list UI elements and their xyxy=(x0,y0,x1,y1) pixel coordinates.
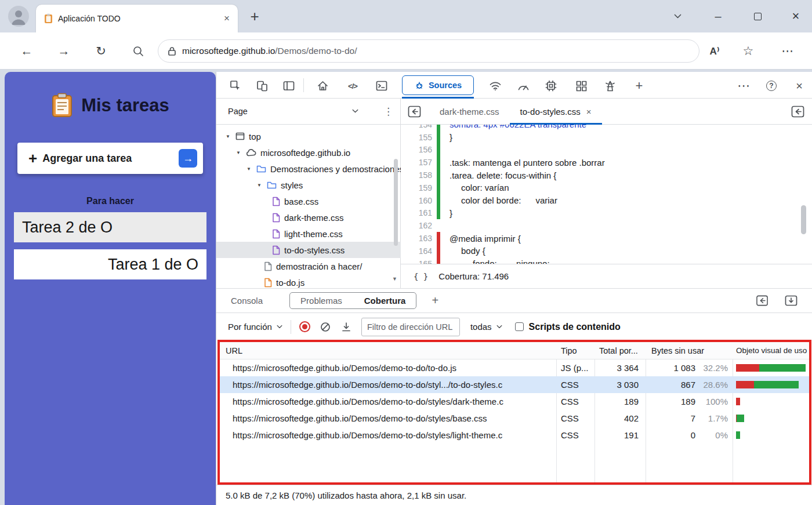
tab-memory-icon[interactable] xyxy=(543,78,559,93)
window-close-button[interactable]: × xyxy=(786,8,805,24)
tree-item-folder-styles[interactable]: ▼ styles xyxy=(216,177,401,193)
col-header-url[interactable]: URL xyxy=(220,346,556,355)
expander-icon[interactable]: ▼ xyxy=(245,166,252,172)
browser-tab[interactable]: Aplicación TODO × xyxy=(36,5,238,32)
col-header-type[interactable]: Tipo xyxy=(556,346,594,355)
toolbar-divider xyxy=(303,78,304,92)
submit-arrow-icon[interactable]: → xyxy=(179,149,197,168)
editor-tab-active[interactable]: to-do-styles.css × xyxy=(510,99,602,125)
tab-sources[interactable]: Sources xyxy=(402,75,474,95)
task-item[interactable]: Tarea 2 de O xyxy=(14,212,206,242)
coverage-row-selected[interactable]: https://microsoftedge.github.io/Demos/de… xyxy=(220,376,809,393)
toolbar-divider xyxy=(291,320,291,334)
expand-drawer-icon[interactable] xyxy=(785,295,798,306)
dock-drawer-icon[interactable] xyxy=(756,295,768,306)
expander-icon[interactable]: ▼ xyxy=(235,150,242,155)
tree-item-domain[interactable]: ▼ microsoftedge.github.io xyxy=(216,144,401,161)
scroll-down-icon[interactable]: ▼ xyxy=(392,276,397,282)
reload-button[interactable]: ↻ xyxy=(90,41,111,61)
dock-editor-icon[interactable] xyxy=(791,106,804,118)
forward-button[interactable]: → xyxy=(53,41,74,61)
expander-icon[interactable]: ▼ xyxy=(256,183,263,188)
coverage-row[interactable]: https://microsoftedge.github.io/Demos/de… xyxy=(220,359,809,376)
col-header-visualization[interactable]: Objeto visual de uso xyxy=(733,346,809,355)
coverage-row[interactable]: https://microsoftedge.github.io/Demos/de… xyxy=(220,427,809,444)
favorites-star-icon[interactable]: ☆ xyxy=(738,41,759,61)
code-line: 156 xyxy=(401,144,812,157)
coverage-row[interactable]: https://microsoftedge.github.io/Demos/de… xyxy=(220,410,809,427)
col-header-unused[interactable]: Bytes sin usar xyxy=(646,346,733,355)
tab-elements-icon[interactable]: </> xyxy=(345,78,360,93)
stop-recording-button[interactable] xyxy=(299,321,310,332)
tab-list-chevron-icon[interactable] xyxy=(668,8,687,24)
maximize-button[interactable] xyxy=(748,8,767,24)
coverage-scope-select[interactable]: Por función xyxy=(228,322,272,332)
tab-console-icon[interactable] xyxy=(374,78,389,93)
content-scripts-checkbox[interactable] xyxy=(515,322,524,331)
search-icon[interactable] xyxy=(128,41,148,61)
expander-icon[interactable]: ▼ xyxy=(224,134,231,139)
tree-item-file[interactable]: dark-theme.css xyxy=(216,209,401,226)
navigator-more-icon[interactable]: ⋮ xyxy=(383,106,393,118)
devtools-close-icon[interactable]: × xyxy=(792,78,807,93)
tree-scrollbar[interactable] xyxy=(394,159,398,246)
address-bar[interactable]: microsoftedge.github.io/Demos/demo-to-do… xyxy=(158,39,699,63)
editor-tab[interactable]: dark-theme.css xyxy=(429,99,510,125)
chevron-down-icon[interactable] xyxy=(352,109,358,113)
tab-coverage[interactable]: Cobertura xyxy=(364,296,406,306)
tree-item-file[interactable]: to-do.js xyxy=(216,274,401,288)
pretty-print-icon[interactable]: { } xyxy=(414,272,428,281)
col-header-total[interactable]: Total por... xyxy=(594,346,646,355)
plus-icon: + xyxy=(28,150,37,168)
panel-layout-icon[interactable] xyxy=(281,78,296,93)
tab-close-icon[interactable]: × xyxy=(224,13,230,24)
tree-item-top[interactable]: ▼ top xyxy=(216,128,401,144)
code-editor[interactable]: 154sombra: 4px #0022EA transparente 155}… xyxy=(401,125,812,264)
tree-item-file[interactable]: light-theme.css xyxy=(216,226,401,242)
tab-welcome-home-icon[interactable] xyxy=(315,78,330,93)
browser-navbar: ← → ↻ microsoftedge.github.io/Demos/demo… xyxy=(0,32,812,70)
code-line: 154sombra: 4px #0022EA transparente xyxy=(401,125,812,131)
tab-close-icon[interactable]: × xyxy=(586,107,592,117)
back-button[interactable]: ← xyxy=(16,41,37,61)
tab-network-icon[interactable] xyxy=(488,78,503,93)
inspect-icon[interactable] xyxy=(228,78,243,93)
devtools-toolbar: </> Sources + ⋯ ? × xyxy=(216,72,812,99)
hide-navigator-icon[interactable] xyxy=(408,106,421,118)
profile-avatar[interactable] xyxy=(8,6,29,27)
devtools-menu-icon[interactable]: ⋯ xyxy=(736,78,751,93)
browser-menu-icon[interactable]: ⋯ xyxy=(777,41,798,61)
new-tab-button[interactable]: + xyxy=(246,8,263,26)
clear-coverage-icon[interactable] xyxy=(320,321,331,333)
bar-unused xyxy=(736,381,754,388)
tree-item-file-selected[interactable]: to-do-styles.css xyxy=(216,242,401,258)
tree-item-folder-demos[interactable]: ▼ Demostraciones y demostraciones pendie… xyxy=(216,161,401,177)
editor-scrollbar[interactable] xyxy=(801,205,806,234)
read-aloud-icon[interactable]: A⁾ xyxy=(704,41,725,61)
tab-performance-icon[interactable] xyxy=(516,78,531,93)
help-icon[interactable]: ? xyxy=(764,78,779,93)
css-file-icon xyxy=(272,229,280,239)
coverage-row[interactable]: https://microsoftedge.github.io/Demos/de… xyxy=(220,393,809,410)
tree-item-file[interactable]: base.css xyxy=(216,193,401,209)
export-download-icon[interactable] xyxy=(340,321,352,333)
tab-console[interactable]: Consola xyxy=(231,296,263,306)
bar-used xyxy=(736,431,740,439)
chevron-down-icon[interactable] xyxy=(277,325,282,329)
task-item[interactable]: Tarea 1 de O xyxy=(14,249,206,279)
tree-item-file[interactable]: demostración a hacer/ xyxy=(216,258,401,274)
page-tab-label[interactable]: Page xyxy=(228,107,248,116)
code-line: 158.tarea. delete: focus-within { xyxy=(401,169,812,181)
type-filter-select[interactable]: todas xyxy=(470,322,492,332)
tab-lighthouse-icon[interactable] xyxy=(603,78,618,93)
chevron-down-icon[interactable] xyxy=(496,325,502,329)
more-tools-plus-icon[interactable]: + xyxy=(632,78,647,93)
add-task-button[interactable]: + Agregar una tarea → xyxy=(17,143,203,174)
device-emulation-icon[interactable] xyxy=(255,78,270,93)
tab-application-icon[interactable] xyxy=(574,78,589,93)
drawer-more-tabs-icon[interactable]: + xyxy=(432,294,438,307)
tab-issues[interactable]: Problemas xyxy=(300,296,342,306)
code-line: 162 xyxy=(401,219,812,232)
minimize-button[interactable]: – xyxy=(709,8,727,24)
url-filter-input[interactable] xyxy=(361,318,460,336)
